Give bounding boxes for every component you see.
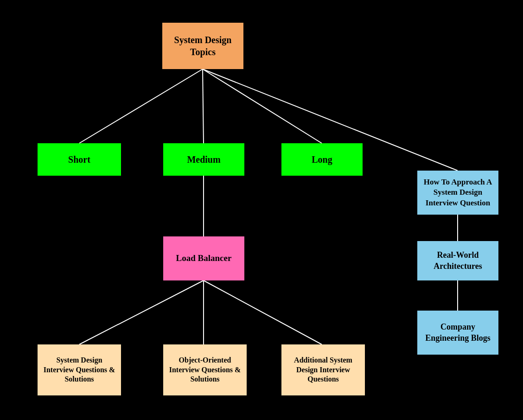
svg-line-0 (79, 69, 203, 143)
svg-line-9 (204, 280, 322, 344)
svg-line-1 (203, 69, 204, 143)
long-node-label: Long (312, 153, 332, 165)
long-node[interactable]: Long (281, 143, 363, 176)
root-node-label: System Design Topics (167, 34, 239, 58)
additional-sd-node-label: Additional System Design Interview Quest… (286, 356, 360, 384)
real-world-node-label: Real-World Architectures (422, 250, 494, 272)
sd-interview-qs-node[interactable]: System Design Interview Questions & Solu… (38, 344, 121, 395)
oo-interview-qs-node[interactable]: Object-Oriented Interview Questions & So… (163, 344, 247, 395)
short-node-label: Short (68, 153, 90, 165)
how-to-approach-node[interactable]: How To Approach A System Design Intervie… (417, 171, 498, 215)
real-world-node[interactable]: Real-World Architectures (417, 241, 498, 280)
oo-interview-qs-node-label: Object-Oriented Interview Questions & So… (168, 356, 242, 384)
company-engineering-node-label: Company Engineering Blogs (422, 322, 494, 344)
medium-node[interactable]: Medium (163, 143, 244, 176)
root-node[interactable]: System Design Topics (162, 23, 243, 69)
company-engineering-node[interactable]: Company Engineering Blogs (417, 311, 498, 355)
load-balancer-node-label: Load Balancer (176, 253, 232, 264)
load-balancer-node[interactable]: Load Balancer (163, 236, 244, 280)
additional-sd-node[interactable]: Additional System Design Interview Quest… (281, 344, 365, 395)
how-to-approach-node-label: How To Approach A System Design Intervie… (422, 177, 494, 208)
svg-line-2 (203, 69, 322, 143)
svg-line-7 (79, 280, 204, 344)
medium-node-label: Medium (187, 153, 220, 165)
sd-interview-qs-node-label: System Design Interview Questions & Solu… (42, 356, 116, 384)
short-node[interactable]: Short (38, 143, 121, 176)
